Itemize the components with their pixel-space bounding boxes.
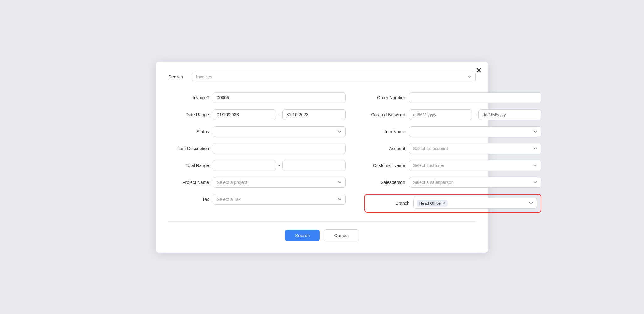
left-column: Invoice# Date Range - Status: [168, 92, 346, 213]
created-from-input[interactable]: [409, 109, 472, 120]
invoice-input[interactable]: [213, 92, 346, 103]
close-button[interactable]: ✕: [476, 67, 481, 74]
date-to-input[interactable]: [282, 109, 346, 120]
branch-label: Branch: [369, 201, 410, 206]
date-range-row: Date Range -: [168, 109, 346, 120]
account-select-wrapper: Select an account: [409, 143, 542, 154]
order-number-label: Order Number: [364, 95, 405, 100]
customer-label: Customer Name: [364, 163, 405, 168]
date-from-input[interactable]: [213, 109, 276, 120]
tax-label: Tax: [168, 197, 209, 202]
bottom-buttons: Search Cancel: [168, 229, 476, 241]
project-label: Project Name: [168, 180, 209, 185]
form-grid: Invoice# Date Range - Status: [168, 92, 476, 213]
branch-select[interactable]: Head Office ×: [413, 198, 537, 209]
customer-select-wrapper: Select customer: [409, 160, 542, 171]
account-select[interactable]: Select an account: [409, 143, 542, 154]
status-select-wrapper: [213, 126, 346, 137]
item-desc-label: Item Description: [168, 146, 209, 151]
total-range-row: Total Range -: [168, 160, 346, 171]
total-range-label: Total Range: [168, 163, 209, 168]
order-number-row: Order Number: [364, 92, 542, 103]
project-select-wrapper: Select a project: [213, 177, 346, 188]
top-search-row: Search Invoices Bills Quotes Orders: [168, 72, 476, 82]
search-type-select-wrapper: Invoices Bills Quotes Orders: [192, 72, 476, 82]
search-button[interactable]: Search: [285, 230, 320, 241]
status-row: Status: [168, 126, 346, 137]
status-label: Status: [168, 129, 209, 134]
total-from-input[interactable]: [213, 160, 276, 171]
tax-select[interactable]: Select a Tax: [213, 194, 346, 205]
item-name-row: Item Name: [364, 126, 542, 137]
invoice-row: Invoice#: [168, 92, 346, 103]
branch-tag: Head Office ×: [417, 200, 448, 207]
account-label: Account: [364, 146, 405, 151]
status-select[interactable]: [213, 126, 346, 137]
project-row: Project Name Select a project: [168, 177, 346, 188]
invoice-label: Invoice#: [168, 95, 209, 100]
search-type-select[interactable]: Invoices Bills Quotes Orders: [192, 72, 476, 82]
created-separator: -: [475, 112, 476, 117]
project-select[interactable]: Select a project: [213, 177, 346, 188]
tax-select-wrapper: Select a Tax: [213, 194, 346, 205]
total-to-input[interactable]: [282, 160, 346, 171]
branch-tag-close-icon[interactable]: ×: [443, 201, 445, 205]
branch-row: Branch Head Office ×: [364, 194, 542, 213]
date-range-label: Date Range: [168, 112, 209, 117]
total-separator: -: [278, 163, 280, 168]
salesperson-label: Salesperson: [364, 180, 405, 185]
item-name-select-wrapper: [409, 126, 542, 137]
right-column: Order Number Created Between - Item Name: [364, 92, 542, 213]
created-between-inputs: -: [409, 109, 542, 120]
salesperson-select-wrapper: Select a salesperson: [409, 177, 542, 188]
item-name-label: Item Name: [364, 129, 405, 134]
created-to-input[interactable]: [478, 109, 541, 120]
cancel-button[interactable]: Cancel: [324, 229, 359, 241]
tax-row: Tax Select a Tax: [168, 194, 346, 205]
created-between-row: Created Between -: [364, 109, 542, 120]
divider: [168, 221, 476, 222]
salesperson-row: Salesperson Select a salesperson: [364, 177, 542, 188]
salesperson-select[interactable]: Select a salesperson: [409, 177, 542, 188]
branch-tag-text: Head Office: [419, 201, 441, 206]
item-desc-input[interactable]: [213, 143, 346, 154]
item-desc-row: Item Description: [168, 143, 346, 154]
customer-select[interactable]: Select customer: [409, 160, 542, 171]
created-between-label: Created Between: [364, 112, 405, 117]
customer-row: Customer Name Select customer: [364, 160, 542, 171]
account-row: Account Select an account: [364, 143, 542, 154]
order-number-input[interactable]: [409, 92, 542, 103]
branch-highlight-container: Branch Head Office ×: [364, 194, 542, 213]
total-range-inputs: -: [213, 160, 346, 171]
search-type-label: Search: [168, 74, 187, 79]
search-modal: ✕ Search Invoices Bills Quotes Orders In…: [156, 62, 488, 253]
item-name-select[interactable]: [409, 126, 542, 137]
date-separator: -: [278, 112, 280, 117]
date-range-inputs: -: [213, 109, 346, 120]
